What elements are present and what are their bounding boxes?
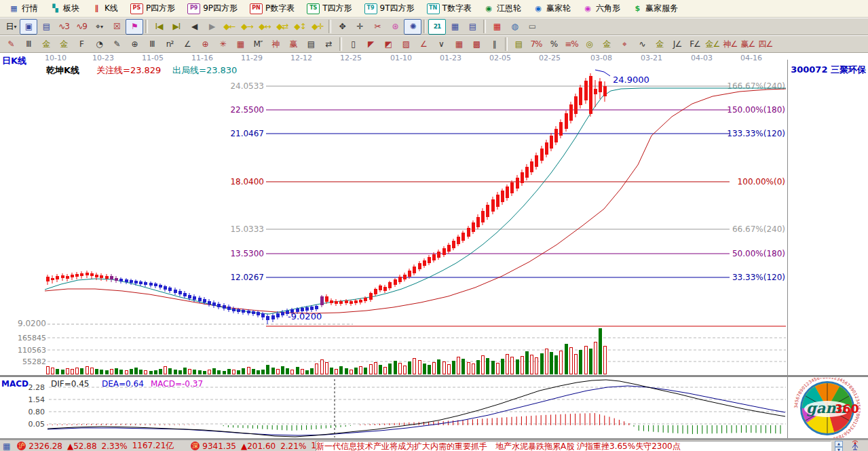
gann-vertical-button[interactable]: ◆↕ [291,19,309,35]
web-export-button[interactable]: ◍ [506,19,523,35]
gold-line-2-button[interactable]: 金 [651,37,668,52]
spinner-up-button[interactable]: ▲ [835,441,843,447]
market-quotes-icon: ▦ [9,4,19,14]
wave-tool-button[interactable]: ∿ [633,37,651,52]
spinner-down-button[interactable]: ▼ [835,447,843,451]
box-tool-button[interactable]: ▯ [344,37,362,52]
shen-comb-button[interactable]: 神 [267,37,284,52]
hand-tool-button[interactable]: ✥ [333,19,351,35]
f-angle-button[interactable]: F∠ [686,37,704,52]
wave-m-button[interactable]: M″ [249,37,267,52]
gann-shift-right-button[interactable]: ◆→ [238,19,256,35]
ruler-123-button[interactable]: ▤ [302,37,320,52]
menu-item-9p-square[interactable]: P99P四方形 [181,1,244,17]
last-page-button[interactable]: ▶I [168,19,185,35]
menu-item-winner-wheel[interactable]: ◉赢家轮 [527,1,577,17]
win-comb-button[interactable]: 赢 [284,37,302,52]
prev-page-button[interactable]: ◀ [185,19,203,35]
circle-comb-button[interactable]: ⊕ [126,37,143,52]
angle-fan-button[interactable]: ∠ [415,37,432,52]
draw-knife-button[interactable]: ✎ [2,37,20,52]
four-angle-button[interactable]: 四∠ [757,37,774,52]
menu-item-9t-square[interactable]: T99T四方形 [358,1,421,17]
gold-comb-1-button[interactable]: 金 [37,37,55,52]
gold-comb-2-button[interactable]: 金 [55,37,73,52]
web-box-button[interactable]: ▨ [397,37,415,52]
info-panel-button[interactable]: ▤ [37,19,55,35]
gann-web-button[interactable]: ▦ [231,37,249,52]
shen-angle-button[interactable]: 神∠ [721,37,739,52]
menu-item-label: 赢家轮 [546,3,571,14]
figure-tool-button[interactable]: ☒ [108,19,126,35]
gann-swap-button[interactable]: ◆⇄ [273,19,291,35]
menu-item-hexagon[interactable]: ◉六角形 [577,1,626,17]
mini-chart-9-button[interactable]: ∿9 [73,19,90,35]
mini-chart-3-button[interactable]: ∿3 [55,19,73,35]
menu-item-t-digit-table[interactable]: TNT数字表 [421,1,478,17]
gold-line-button[interactable]: 金 [598,37,616,52]
print-button[interactable]: ▭ [523,19,541,35]
percent-button[interactable]: % [545,37,563,52]
menu-item-p-digit-table[interactable]: PNP数字表 [244,1,301,17]
percent-7-button[interactable]: 7% [527,37,545,52]
j-angle-button[interactable]: J∠ [668,37,686,52]
save-button[interactable]: ▦ [488,19,506,35]
svg-text:50.00%(180): 50.00%(180) [732,249,785,258]
span-arrows-button[interactable]: ⇄ [320,37,337,52]
first-page-button[interactable]: I◀ [150,19,168,35]
gold-angle-button[interactable]: 金∠ [704,37,721,52]
gann-center-button[interactable]: ◆✛ [309,19,326,35]
draw-knife-2-button[interactable]: ✎ [108,37,126,52]
svg-text:21.0467: 21.0467 [230,129,264,138]
menu-item-kline[interactable]: ∥K线 [86,1,124,17]
fibonacci-comb-button[interactable]: F [73,37,90,52]
calculator-button[interactable]: ▦ [446,19,464,35]
svg-text:04-03: 04-03 [691,54,713,62]
menu-item-sectors[interactable]: ▚板块 [44,1,86,17]
news-ticker[interactable]: 新一代信息技术产业将成为扩大内需的重要抓手 地产水泥暴跌拖累A股 沪指重挫3.6… [316,441,831,451]
grid-box-button[interactable]: ▦ [450,37,468,52]
gold-circle-button[interactable]: ◎ [580,37,598,52]
hexagon-icon: ◉ [583,4,593,14]
square-of-nine-button[interactable]: n² [161,37,178,52]
notes-button[interactable]: ▤ [464,19,481,35]
pin-tool-button[interactable]: ⌖▾ [90,19,108,35]
stat-table-button[interactable]: ▤ [510,37,527,52]
parallel-lines-button[interactable]: ∥ [485,37,503,52]
dif-value: DIF=0.45 [51,379,89,389]
gann-expand-button[interactable]: ◆↔ [256,19,273,35]
grid-box-2-button[interactable]: ▩ [468,37,485,52]
gann-shift-left-button[interactable]: ◆← [221,19,238,35]
pin-mark-button[interactable]: ⌖ [616,37,633,52]
chart-area[interactable]: 10-1010-2311-0511-1611-2912-1212-2501-10… [0,53,868,439]
menu-item-t-square[interactable]: TST四方形 [301,1,358,17]
zigzag-window-button[interactable]: ▣ [20,19,37,35]
scissors-tool-button[interactable]: ✂ [369,19,386,35]
gann-circle-button[interactable]: ⊕ [196,37,214,52]
angle-tool-button[interactable]: ∠ [178,37,196,52]
percent-lines-button[interactable]: ≡% [563,37,580,52]
chart-type-button[interactable]: 日▾ [2,19,20,35]
quotes-grid-icon[interactable]: ▦ [3,442,10,451]
brain-tool-button[interactable]: ✺ [404,19,421,35]
fan-lines-button[interactable]: ◤ [362,37,379,52]
time-comb-button[interactable]: Ⅲ [143,37,161,52]
menu-item-p-square[interactable]: PSP四方形 [124,1,181,17]
gann-star-button[interactable]: ✳ [214,37,231,52]
menu-item-market-quotes[interactable]: ▦行情 [3,1,44,17]
win-angle-button[interactable]: 赢∠ [739,37,757,52]
crosshair-tool-button[interactable]: ✛ [351,19,369,35]
svg-text:33.33%(120): 33.33%(120) [732,273,785,282]
spiral-button[interactable]: ◔ [90,37,108,52]
menu-item-winner-service[interactable]: $赢家服务 [626,1,684,17]
calendar-button[interactable]: 21 [428,19,446,35]
fan-box-button[interactable]: ◩ [379,37,397,52]
shanghai-index-icon: 沪 [17,442,26,450]
flag-marks-button[interactable]: ⚑ [126,19,143,35]
wheel-tool-button[interactable]: ⊛ [386,19,404,35]
next-page-button[interactable]: ▶ [203,19,221,35]
wave-v-button[interactable]: ∨ [432,37,450,52]
price-comb-button[interactable]: Ⅲ [20,37,37,52]
menu-item-gann-wheel[interactable]: ◉江恩轮 [478,1,527,17]
svg-text:110563: 110563 [18,346,46,355]
